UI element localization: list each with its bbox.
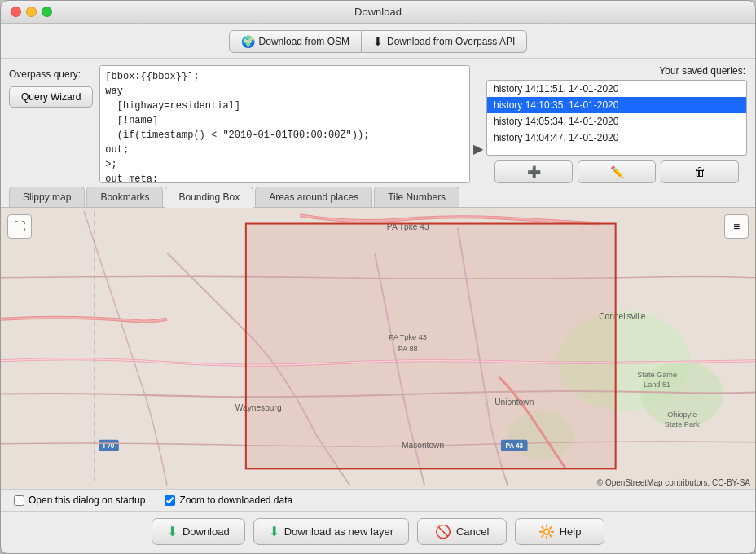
download-osm-button[interactable]: 🌍 Download from OSM	[229, 30, 362, 53]
maximize-button[interactable]	[42, 7, 52, 17]
download-overpass-button[interactable]: ⬇ Download from Overpass API	[362, 30, 527, 53]
add-icon: ➕	[527, 165, 541, 178]
zoom-checkbox[interactable]	[165, 495, 175, 506]
delete-icon: 🗑	[694, 165, 705, 178]
tabs-area: Slippy map Bookmarks Bounding Box Areas …	[1, 187, 755, 208]
download-as-layer-button[interactable]: ⬇ Download as new layer	[253, 518, 409, 545]
query-arrow: ▶	[473, 65, 483, 183]
svg-text:Connellsville: Connellsville	[599, 312, 646, 321]
cancel-button[interactable]: 🚫 Cancel	[417, 518, 507, 545]
window-controls	[11, 7, 52, 17]
zoom-checkbox-label: Zoom to downloaded data	[179, 495, 292, 506]
saved-query-item[interactable]: history 14:05:34, 14-01-2020	[487, 113, 746, 130]
map-svg: I 70 PA 43 Waynesburg	[1, 208, 755, 489]
query-left: Overpass query: Query Wizard	[9, 65, 93, 108]
layers-button[interactable]: ≡	[724, 214, 749, 239]
map-container[interactable]: I 70 PA 43 Waynesburg	[1, 208, 755, 489]
svg-text:PA 88: PA 88	[398, 345, 418, 353]
svg-text:Ohiopyle: Ohiopyle	[667, 411, 697, 419]
osm-credit: © OpenStreetMap contributors, CC-BY-SA	[597, 478, 750, 487]
svg-text:State Game: State Game	[637, 371, 677, 379]
fullscreen-button[interactable]: ⛶	[7, 214, 32, 239]
fullscreen-icon: ⛶	[14, 220, 25, 233]
svg-text:State Park: State Park	[665, 420, 700, 429]
close-button[interactable]	[11, 7, 21, 17]
tab-bounding-box[interactable]: Bounding Box	[165, 187, 253, 208]
minimize-button[interactable]	[26, 7, 37, 17]
svg-text:Uniontown: Uniontown	[494, 398, 534, 407]
tab-bookmarks[interactable]: Bookmarks	[86, 187, 163, 207]
download-layer-icon: ⬇	[269, 524, 279, 539]
zoom-checkbox-item: Zoom to downloaded data	[165, 495, 292, 506]
help-icon: 🔆	[538, 524, 555, 539]
titlebar: Download	[1, 1, 755, 24]
query-label: Overpass query:	[9, 68, 81, 80]
svg-text:PA Tpke 43: PA Tpke 43	[389, 333, 427, 341]
download-osm-icon: 🌍	[241, 35, 255, 48]
query-wizard-button[interactable]: Query Wizard	[9, 86, 93, 108]
startup-checkbox[interactable]	[14, 495, 24, 506]
download-overpass-icon: ⬇	[373, 35, 383, 48]
edit-icon: ✏️	[610, 165, 624, 178]
saved-query-item-selected[interactable]: history 14:10:35, 14-01-2020	[487, 97, 746, 113]
tab-tile-numbers[interactable]: Tile Numbers	[374, 187, 459, 207]
saved-queries-actions: ➕ ✏️ 🗑	[486, 160, 747, 183]
saved-query-item[interactable]: history 14:11:51, 14-01-2020	[487, 81, 746, 97]
svg-text:PA 43: PA 43	[505, 442, 523, 450]
tab-areas-around-places[interactable]: Areas around places	[255, 187, 372, 207]
footer-checkboxes: Open this dialog on startup Zoom to down…	[1, 489, 755, 511]
help-button[interactable]: 🔆 Help	[515, 518, 604, 545]
query-row: Overpass query: Query Wizard [bbox:{{bbo…	[1, 59, 755, 187]
startup-checkbox-item: Open this dialog on startup	[14, 495, 145, 506]
edit-query-button[interactable]: ✏️	[578, 160, 656, 183]
window-title: Download	[354, 6, 402, 18]
download-icon: ⬇	[167, 524, 178, 539]
cancel-icon: 🚫	[435, 524, 451, 539]
main-window: Download 🌍 Download from OSM ⬇ Download …	[0, 0, 756, 554]
footer-buttons: ⬇ Download ⬇ Download as new layer 🚫 Can…	[1, 511, 755, 553]
svg-text:Waynesburg: Waynesburg	[235, 403, 282, 412]
tab-slippy-map[interactable]: Slippy map	[9, 187, 85, 207]
delete-query-button[interactable]: 🗑	[661, 160, 739, 183]
startup-checkbox-label: Open this dialog on startup	[29, 495, 145, 506]
toolbar: 🌍 Download from OSM ⬇ Download from Over…	[1, 24, 755, 59]
download-button[interactable]: ⬇ Download	[152, 518, 245, 545]
svg-text:Masontown: Masontown	[402, 441, 444, 450]
saved-queries-section: Your saved queries: history 14:11:51, 14…	[486, 65, 747, 183]
add-query-button[interactable]: ➕	[494, 160, 573, 183]
saved-queries-list[interactable]: history 14:11:51, 14-01-2020 history 14:…	[486, 80, 747, 156]
svg-rect-4	[246, 224, 616, 469]
saved-queries-label: Your saved queries:	[486, 65, 747, 77]
svg-text:Land 51: Land 51	[644, 380, 670, 389]
layers-icon: ≡	[733, 220, 740, 233]
saved-query-item[interactable]: history 14:04:47, 14-01-2020	[487, 130, 746, 146]
query-textarea[interactable]: [bbox:{{bbox}}]; way [highway=residentia…	[99, 65, 470, 183]
